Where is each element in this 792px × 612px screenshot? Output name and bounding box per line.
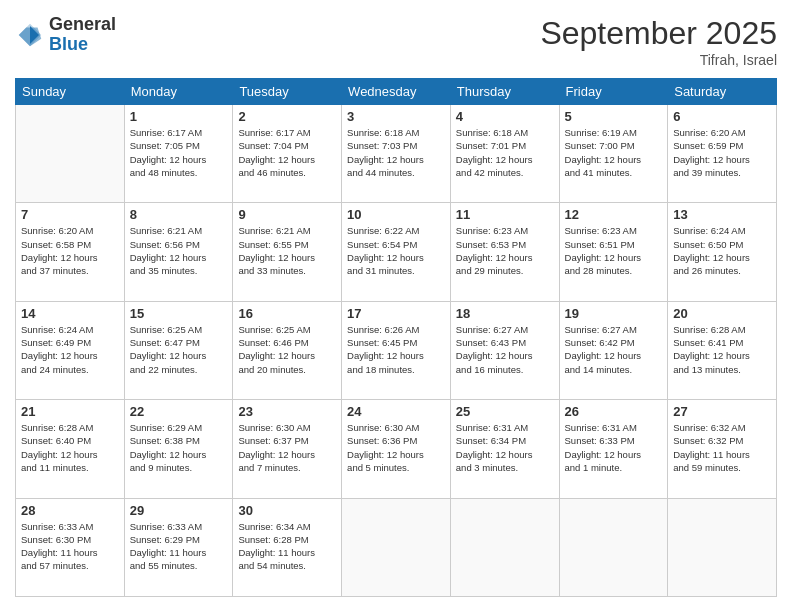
calendar-cell: 23Sunrise: 6:30 AM Sunset: 6:37 PM Dayli… <box>233 400 342 498</box>
day-info: Sunrise: 6:17 AM Sunset: 7:05 PM Dayligh… <box>130 126 228 179</box>
calendar-cell: 7Sunrise: 6:20 AM Sunset: 6:58 PM Daylig… <box>16 203 125 301</box>
day-info: Sunrise: 6:26 AM Sunset: 6:45 PM Dayligh… <box>347 323 445 376</box>
calendar-cell: 9Sunrise: 6:21 AM Sunset: 6:55 PM Daylig… <box>233 203 342 301</box>
day-info: Sunrise: 6:23 AM Sunset: 6:53 PM Dayligh… <box>456 224 554 277</box>
day-info: Sunrise: 6:18 AM Sunset: 7:01 PM Dayligh… <box>456 126 554 179</box>
day-number: 13 <box>673 207 771 222</box>
day-info: Sunrise: 6:20 AM Sunset: 6:59 PM Dayligh… <box>673 126 771 179</box>
weekday-header-friday: Friday <box>559 79 668 105</box>
calendar-cell: 15Sunrise: 6:25 AM Sunset: 6:47 PM Dayli… <box>124 301 233 399</box>
calendar-week-3: 14Sunrise: 6:24 AM Sunset: 6:49 PM Dayli… <box>16 301 777 399</box>
day-info: Sunrise: 6:22 AM Sunset: 6:54 PM Dayligh… <box>347 224 445 277</box>
day-info: Sunrise: 6:25 AM Sunset: 6:47 PM Dayligh… <box>130 323 228 376</box>
day-number: 28 <box>21 503 119 518</box>
weekday-header-saturday: Saturday <box>668 79 777 105</box>
day-info: Sunrise: 6:21 AM Sunset: 6:55 PM Dayligh… <box>238 224 336 277</box>
calendar-cell: 26Sunrise: 6:31 AM Sunset: 6:33 PM Dayli… <box>559 400 668 498</box>
calendar-cell: 24Sunrise: 6:30 AM Sunset: 6:36 PM Dayli… <box>342 400 451 498</box>
calendar-cell: 30Sunrise: 6:34 AM Sunset: 6:28 PM Dayli… <box>233 498 342 596</box>
day-number: 15 <box>130 306 228 321</box>
weekday-header-wednesday: Wednesday <box>342 79 451 105</box>
day-number: 22 <box>130 404 228 419</box>
calendar-cell: 25Sunrise: 6:31 AM Sunset: 6:34 PM Dayli… <box>450 400 559 498</box>
calendar-cell: 5Sunrise: 6:19 AM Sunset: 7:00 PM Daylig… <box>559 105 668 203</box>
calendar-week-1: 1Sunrise: 6:17 AM Sunset: 7:05 PM Daylig… <box>16 105 777 203</box>
day-number: 23 <box>238 404 336 419</box>
day-number: 1 <box>130 109 228 124</box>
weekday-header-tuesday: Tuesday <box>233 79 342 105</box>
day-number: 14 <box>21 306 119 321</box>
calendar-week-4: 21Sunrise: 6:28 AM Sunset: 6:40 PM Dayli… <box>16 400 777 498</box>
calendar-cell: 6Sunrise: 6:20 AM Sunset: 6:59 PM Daylig… <box>668 105 777 203</box>
day-number: 21 <box>21 404 119 419</box>
day-info: Sunrise: 6:29 AM Sunset: 6:38 PM Dayligh… <box>130 421 228 474</box>
calendar-cell: 20Sunrise: 6:28 AM Sunset: 6:41 PM Dayli… <box>668 301 777 399</box>
day-number: 17 <box>347 306 445 321</box>
logo-icon <box>15 20 45 50</box>
logo: General Blue <box>15 15 116 55</box>
calendar-cell <box>559 498 668 596</box>
calendar-cell: 28Sunrise: 6:33 AM Sunset: 6:30 PM Dayli… <box>16 498 125 596</box>
day-info: Sunrise: 6:31 AM Sunset: 6:34 PM Dayligh… <box>456 421 554 474</box>
calendar-week-2: 7Sunrise: 6:20 AM Sunset: 6:58 PM Daylig… <box>16 203 777 301</box>
day-number: 11 <box>456 207 554 222</box>
weekday-header-sunday: Sunday <box>16 79 125 105</box>
calendar-cell <box>16 105 125 203</box>
calendar-cell: 27Sunrise: 6:32 AM Sunset: 6:32 PM Dayli… <box>668 400 777 498</box>
day-number: 30 <box>238 503 336 518</box>
day-info: Sunrise: 6:20 AM Sunset: 6:58 PM Dayligh… <box>21 224 119 277</box>
day-info: Sunrise: 6:25 AM Sunset: 6:46 PM Dayligh… <box>238 323 336 376</box>
day-info: Sunrise: 6:33 AM Sunset: 6:29 PM Dayligh… <box>130 520 228 573</box>
day-number: 16 <box>238 306 336 321</box>
day-number: 24 <box>347 404 445 419</box>
day-number: 26 <box>565 404 663 419</box>
day-number: 10 <box>347 207 445 222</box>
calendar-cell: 14Sunrise: 6:24 AM Sunset: 6:49 PM Dayli… <box>16 301 125 399</box>
month-title: September 2025 <box>540 15 777 52</box>
page-header: General Blue September 2025 Tifrah, Isra… <box>15 15 777 68</box>
calendar-cell: 21Sunrise: 6:28 AM Sunset: 6:40 PM Dayli… <box>16 400 125 498</box>
calendar-cell: 16Sunrise: 6:25 AM Sunset: 6:46 PM Dayli… <box>233 301 342 399</box>
day-info: Sunrise: 6:18 AM Sunset: 7:03 PM Dayligh… <box>347 126 445 179</box>
calendar-table: SundayMondayTuesdayWednesdayThursdayFrid… <box>15 78 777 597</box>
day-number: 29 <box>130 503 228 518</box>
day-info: Sunrise: 6:24 AM Sunset: 6:50 PM Dayligh… <box>673 224 771 277</box>
calendar-cell <box>668 498 777 596</box>
day-info: Sunrise: 6:30 AM Sunset: 6:37 PM Dayligh… <box>238 421 336 474</box>
location: Tifrah, Israel <box>540 52 777 68</box>
calendar-week-5: 28Sunrise: 6:33 AM Sunset: 6:30 PM Dayli… <box>16 498 777 596</box>
logo-blue-text: Blue <box>49 35 116 55</box>
calendar-cell: 12Sunrise: 6:23 AM Sunset: 6:51 PM Dayli… <box>559 203 668 301</box>
weekday-header-monday: Monday <box>124 79 233 105</box>
weekday-header-row: SundayMondayTuesdayWednesdayThursdayFrid… <box>16 79 777 105</box>
day-number: 27 <box>673 404 771 419</box>
weekday-header-thursday: Thursday <box>450 79 559 105</box>
calendar-cell: 4Sunrise: 6:18 AM Sunset: 7:01 PM Daylig… <box>450 105 559 203</box>
calendar-cell: 17Sunrise: 6:26 AM Sunset: 6:45 PM Dayli… <box>342 301 451 399</box>
calendar-cell: 22Sunrise: 6:29 AM Sunset: 6:38 PM Dayli… <box>124 400 233 498</box>
day-number: 5 <box>565 109 663 124</box>
day-number: 25 <box>456 404 554 419</box>
calendar-cell: 11Sunrise: 6:23 AM Sunset: 6:53 PM Dayli… <box>450 203 559 301</box>
logo-general-text: General <box>49 15 116 35</box>
day-number: 19 <box>565 306 663 321</box>
calendar-cell: 1Sunrise: 6:17 AM Sunset: 7:05 PM Daylig… <box>124 105 233 203</box>
day-info: Sunrise: 6:24 AM Sunset: 6:49 PM Dayligh… <box>21 323 119 376</box>
day-info: Sunrise: 6:28 AM Sunset: 6:41 PM Dayligh… <box>673 323 771 376</box>
day-info: Sunrise: 6:21 AM Sunset: 6:56 PM Dayligh… <box>130 224 228 277</box>
day-number: 8 <box>130 207 228 222</box>
day-info: Sunrise: 6:19 AM Sunset: 7:00 PM Dayligh… <box>565 126 663 179</box>
day-number: 6 <box>673 109 771 124</box>
day-info: Sunrise: 6:34 AM Sunset: 6:28 PM Dayligh… <box>238 520 336 573</box>
calendar-cell: 8Sunrise: 6:21 AM Sunset: 6:56 PM Daylig… <box>124 203 233 301</box>
calendar-cell: 10Sunrise: 6:22 AM Sunset: 6:54 PM Dayli… <box>342 203 451 301</box>
day-info: Sunrise: 6:27 AM Sunset: 6:43 PM Dayligh… <box>456 323 554 376</box>
day-number: 7 <box>21 207 119 222</box>
day-info: Sunrise: 6:27 AM Sunset: 6:42 PM Dayligh… <box>565 323 663 376</box>
calendar-cell <box>450 498 559 596</box>
day-info: Sunrise: 6:31 AM Sunset: 6:33 PM Dayligh… <box>565 421 663 474</box>
day-number: 4 <box>456 109 554 124</box>
title-area: September 2025 Tifrah, Israel <box>540 15 777 68</box>
day-number: 3 <box>347 109 445 124</box>
day-number: 12 <box>565 207 663 222</box>
